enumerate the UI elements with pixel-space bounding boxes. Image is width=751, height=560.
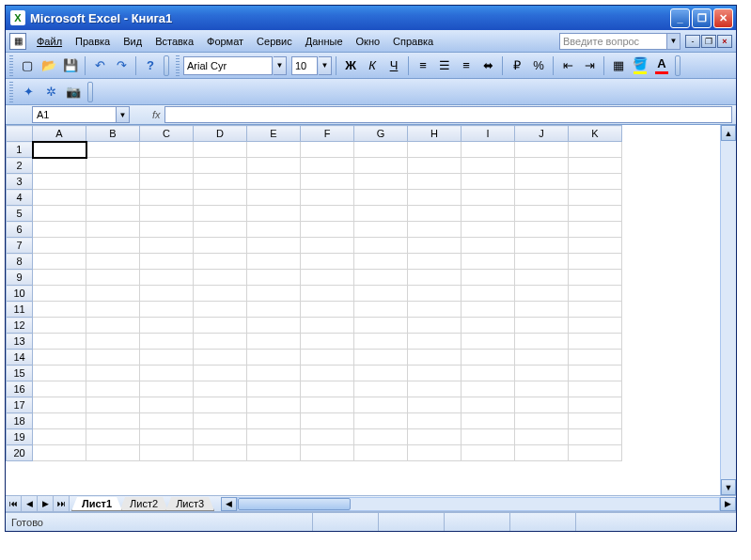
menu-format[interactable]: Формат [200, 34, 250, 49]
underline-button[interactable]: Ч [383, 55, 404, 76]
cell-G12[interactable] [354, 318, 408, 334]
cell-K14[interactable] [569, 350, 622, 366]
cell-B9[interactable] [86, 270, 140, 286]
cell-I14[interactable] [462, 350, 515, 366]
cell-K4[interactable] [569, 190, 622, 206]
vscroll-track[interactable] [721, 141, 736, 479]
cell-E14[interactable] [247, 350, 301, 366]
scroll-up-icon[interactable]: ▲ [721, 125, 736, 141]
cell-I7[interactable] [462, 238, 515, 254]
cell-J14[interactable] [515, 350, 569, 366]
cell-K7[interactable] [569, 238, 622, 254]
cell-C13[interactable] [140, 334, 194, 350]
formatting-toolbar-overflow[interactable] [675, 55, 681, 76]
cell-C2[interactable] [140, 158, 194, 174]
column-header-A[interactable]: A [33, 126, 86, 142]
cell-F19[interactable] [301, 429, 354, 445]
sheet-prev-icon[interactable]: ◀ [22, 496, 38, 511]
cell-B12[interactable] [86, 318, 140, 334]
italic-button[interactable]: К [362, 55, 383, 76]
cell-D1[interactable] [194, 142, 247, 158]
cell-E16[interactable] [247, 381, 301, 397]
ask-question-dropdown[interactable]: ▼ [667, 33, 681, 50]
cell-F1[interactable] [301, 142, 354, 158]
cell-E18[interactable] [247, 413, 301, 429]
cell-D5[interactable] [194, 206, 247, 222]
cell-G18[interactable] [354, 413, 408, 429]
cell-I20[interactable] [462, 445, 515, 461]
cell-B13[interactable] [86, 334, 140, 350]
cell-E20[interactable] [247, 445, 301, 461]
toolbar-overflow[interactable] [164, 55, 169, 76]
cell-B16[interactable] [86, 381, 140, 397]
menu-help[interactable]: Справка [386, 34, 440, 49]
cell-B5[interactable] [86, 206, 140, 222]
close-button[interactable]: ✕ [713, 8, 733, 28]
cell-K18[interactable] [569, 413, 622, 429]
cell-H6[interactable] [408, 222, 462, 238]
name-box-dropdown[interactable]: ▼ [117, 106, 130, 123]
cell-E19[interactable] [247, 429, 301, 445]
row-header-5[interactable]: 5 [7, 206, 33, 222]
cell-E9[interactable] [247, 270, 301, 286]
cell-C16[interactable] [140, 381, 194, 397]
cell-D10[interactable] [194, 286, 247, 302]
cell-K3[interactable] [569, 174, 622, 190]
cell-A6[interactable] [33, 222, 86, 238]
cell-H5[interactable] [408, 206, 462, 222]
cell-E5[interactable] [247, 206, 301, 222]
research-tool2-icon[interactable]: ✲ [40, 82, 61, 102]
cell-I1[interactable] [462, 142, 515, 158]
hscroll-thumb[interactable] [238, 498, 351, 510]
cell-F10[interactable] [301, 286, 354, 302]
cell-D15[interactable] [194, 366, 247, 381]
cell-B3[interactable] [86, 174, 140, 190]
sheet-tab-2[interactable]: Лист2 [119, 497, 168, 511]
cell-J20[interactable] [515, 445, 569, 461]
menu-file[interactable]: Файл [30, 34, 69, 49]
cell-C20[interactable] [140, 445, 194, 461]
column-header-F[interactable]: F [301, 126, 354, 142]
cell-F6[interactable] [301, 222, 354, 238]
cell-G16[interactable] [354, 381, 408, 397]
cell-A9[interactable] [33, 270, 86, 286]
cell-B1[interactable] [86, 142, 140, 158]
cell-J9[interactable] [515, 270, 569, 286]
cell-E7[interactable] [247, 238, 301, 254]
cell-H19[interactable] [408, 429, 462, 445]
cell-C14[interactable] [140, 350, 194, 366]
cell-A1[interactable] [33, 142, 86, 158]
cell-I11[interactable] [462, 302, 515, 318]
cell-K13[interactable] [569, 334, 622, 350]
cell-H14[interactable] [408, 350, 462, 366]
cell-I2[interactable] [462, 158, 515, 174]
formula-input[interactable] [164, 106, 732, 123]
cell-A13[interactable] [33, 334, 86, 350]
cell-F5[interactable] [301, 206, 354, 222]
vertical-scrollbar[interactable]: ▲ ▼ [720, 125, 736, 495]
cell-G1[interactable] [354, 142, 408, 158]
cell-C1[interactable] [140, 142, 194, 158]
cell-E17[interactable] [247, 397, 301, 413]
row-header-15[interactable]: 15 [7, 366, 33, 381]
cell-K15[interactable] [569, 366, 622, 381]
sheet-next-icon[interactable]: ▶ [38, 496, 54, 511]
cell-G8[interactable] [354, 254, 408, 270]
cell-D9[interactable] [194, 270, 247, 286]
font-size-dropdown[interactable]: ▼ [319, 56, 332, 75]
cell-K19[interactable] [569, 429, 622, 445]
cell-C17[interactable] [140, 397, 194, 413]
cell-F15[interactable] [301, 366, 354, 381]
sheet-tab-3[interactable]: Лист3 [165, 497, 214, 511]
cell-A11[interactable] [33, 302, 86, 318]
maximize-button[interactable]: ❐ [692, 8, 712, 28]
cell-I4[interactable] [462, 190, 515, 206]
cell-E12[interactable] [247, 318, 301, 334]
row-header-8[interactable]: 8 [7, 254, 33, 270]
cell-F8[interactable] [301, 254, 354, 270]
cell-B6[interactable] [86, 222, 140, 238]
font-color-icon[interactable]: A [651, 55, 672, 76]
cell-C18[interactable] [140, 413, 194, 429]
cell-F2[interactable] [301, 158, 354, 174]
row-header-19[interactable]: 19 [7, 429, 33, 445]
